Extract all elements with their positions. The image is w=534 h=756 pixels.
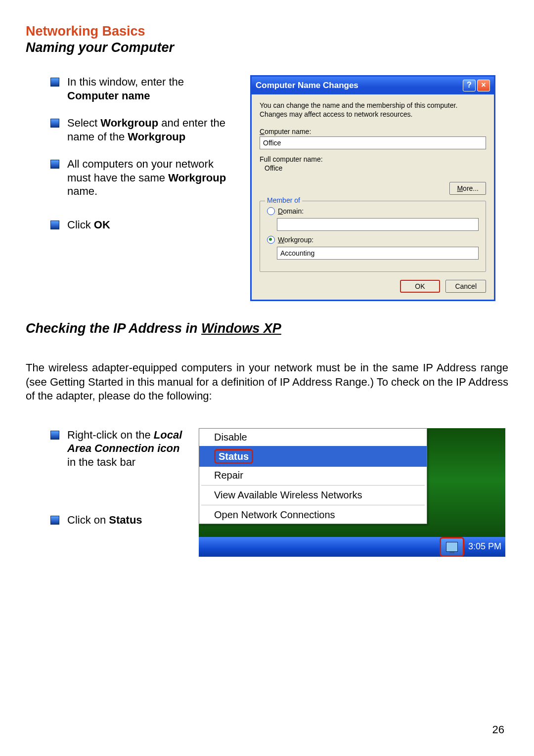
computer-name-input[interactable] [260,136,486,149]
u: D [278,207,283,215]
full-name-label: Full computer name: [260,155,486,163]
computer-name-label: Computer name: [260,128,486,135]
xp-titlebar: Computer Name Changes ? × [252,77,494,94]
dialog-desc: You can change the name and the membersh… [260,101,486,119]
bullet-select-workgroup: Select Workgroup and enter the name of t… [50,116,238,143]
menu-sep [201,485,425,486]
taskbar: 3:05 PM [199,537,505,557]
text: In this window, enter the [67,76,184,88]
body-text: The wireless adapter-equipped computers … [26,361,508,403]
bullet-click-status: Click on Status [50,513,189,527]
dialog-title: Computer Name Changes [256,81,461,90]
close-button[interactable]: × [477,80,490,91]
context-menu: Disable Status Repair View Available Wir… [199,428,427,524]
rest: ore... [463,184,479,192]
u: W [278,236,284,244]
menu-disable[interactable]: Disable [199,429,427,446]
menu-sep [201,505,425,505]
member-of-group: Member of Domain: Workgroup: [260,201,486,272]
text: Workgroup [128,131,185,143]
xp-dialog: Computer Name Changes ? × You can change… [250,75,495,301]
text: OK [94,219,110,231]
menu-view-networks[interactable]: View Available Wireless Networks [199,487,427,504]
menu-status[interactable]: Status [199,446,427,467]
text: Workgroup [100,117,158,129]
text: name. [67,185,97,197]
text: Status [109,514,142,526]
text: Right-click on the [67,429,154,441]
domain-input[interactable] [277,218,479,231]
help-button[interactable]: ? [463,80,476,91]
heading-red: Networking Basics [26,24,508,39]
bullet-enter-name: In this window, enter the Computer name [50,75,238,102]
text: Checking the IP Address in [26,321,201,336]
bullet-same-workgroup: All computers on your network must have … [50,157,238,198]
domain-radio[interactable] [267,207,275,215]
page-number: 26 [492,723,504,736]
bullet-click-ok: Click OK [50,218,238,232]
text: in the task bar [67,456,135,468]
rest: omain: [283,207,304,215]
taskbar-screenshot: 3:05 PM Disable Status Repair View Avail… [199,428,505,557]
section2-heading: Checking the IP Address in Windows XP [26,321,508,336]
tray-clock: 3:05 PM [468,541,501,552]
menu-open-connections[interactable]: Open Network Connections [199,506,427,524]
rest: omputer name: [265,128,311,135]
text: Windows XP [201,321,281,336]
network-tray-icon[interactable] [440,537,464,557]
cancel-button[interactable]: Cancel [445,280,486,293]
bullet-right-click: Right-click on the Local Area Connection… [50,428,189,469]
group-legend: Member of [265,196,302,204]
status-highlight: Status [214,449,253,464]
u: C [260,128,265,135]
text: Workgroup [168,172,226,184]
text: Click on [67,514,109,526]
monitor-icon [446,542,458,552]
menu-repair[interactable]: Repair [199,467,427,484]
text: Computer name [67,89,150,102]
full-name-value: Office [260,164,486,172]
ok-button[interactable]: OK [400,280,440,293]
workgroup-radio[interactable] [267,236,275,244]
workgroup-input[interactable] [277,247,479,260]
text: Click [67,219,94,231]
heading-sub: Naming your Computer [26,40,508,55]
domain-label: Domain: [278,207,304,215]
u: M [457,184,463,192]
text: Select [67,117,100,129]
more-button[interactable]: More... [449,182,486,195]
rest: orkgroup: [284,236,313,244]
workgroup-label: Workgroup: [278,236,313,244]
